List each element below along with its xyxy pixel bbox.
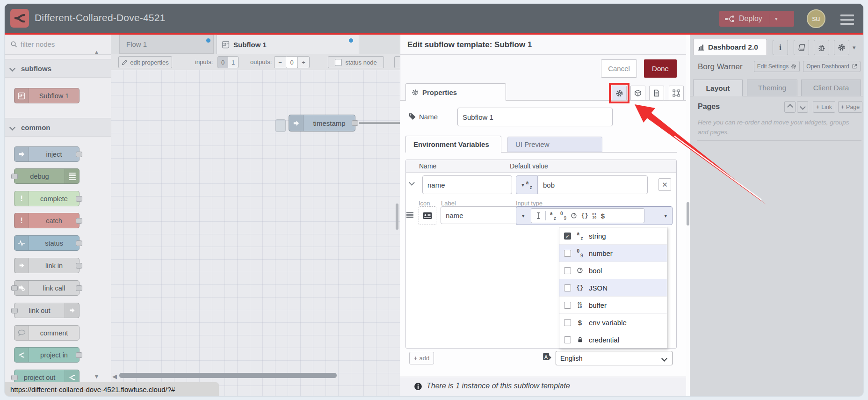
canvas-grid[interactable]: timestamp debug 1 <box>111 70 400 396</box>
user-avatar[interactable]: su <box>807 9 825 28</box>
output-port[interactable] <box>76 285 82 291</box>
value-type-select[interactable]: ▾ az <box>516 175 538 194</box>
tab-theming[interactable]: Theming <box>747 80 797 96</box>
canvas-horizontal-scrollbar[interactable] <box>119 373 337 378</box>
input-port[interactable] <box>11 174 18 179</box>
palette-node-status[interactable]: status <box>14 235 80 251</box>
checkbox[interactable] <box>564 250 571 257</box>
tab-subflow-1[interactable]: Subflow 1 <box>217 35 359 54</box>
input-port[interactable] <box>11 308 18 313</box>
env-icon-picker[interactable] <box>419 206 436 225</box>
type-option-buffer[interactable]: 0110buffer <box>559 297 667 314</box>
tab-client-data[interactable]: Client Data <box>801 80 861 96</box>
palette-node-link-out[interactable]: link out <box>14 303 80 318</box>
inputs-option-1[interactable]: 1 <box>228 56 239 68</box>
palette-node-project-in[interactable]: project in <box>14 347 80 363</box>
palette-section-subflows[interactable]: subflows <box>5 59 111 78</box>
delete-subflow-button[interactable] <box>394 56 400 68</box>
open-dashboard-button[interactable]: Open Dashboard <box>803 61 861 72</box>
dialog-right-scrollbar[interactable] <box>687 202 689 225</box>
add-env-var-button[interactable]: + add <box>409 352 434 364</box>
palette-node-debug[interactable]: debug <box>14 168 80 184</box>
edit-properties-button[interactable]: edit properties <box>118 56 172 68</box>
sidebar-help-button[interactable] <box>794 40 809 55</box>
collapse-all-button[interactable] <box>784 101 796 113</box>
caret-down-icon[interactable]: ▾ <box>664 213 667 219</box>
tab-layout[interactable]: Layout <box>693 80 743 96</box>
sidebar-config-button[interactable] <box>834 40 849 55</box>
checkbox[interactable] <box>564 319 571 326</box>
palette-node-link-call[interactable]: link call <box>14 280 80 296</box>
language-select[interactable]: English <box>556 351 673 365</box>
subflow-input-stub[interactable] <box>275 119 286 132</box>
main-menu-icon[interactable] <box>840 15 854 25</box>
cancel-button[interactable]: Cancel <box>601 59 637 78</box>
palette-scroll-up-icon[interactable]: ▲ <box>94 49 100 56</box>
deploy-caret-icon[interactable]: ▾ <box>775 15 778 22</box>
drag-handle-icon[interactable] <box>406 212 413 218</box>
type-option-env-variable[interactable]: $env variable <box>559 314 667 331</box>
palette-node-catch[interactable]: ! catch <box>14 213 80 228</box>
output-port[interactable] <box>76 263 82 269</box>
deploy-button[interactable]: Deploy ▾ <box>719 11 794 27</box>
document-icon <box>653 89 660 97</box>
status-node-checkbox[interactable] <box>335 59 342 66</box>
tab-ui-preview[interactable]: UI Preview <box>507 137 602 152</box>
done-button[interactable]: Done <box>644 59 677 78</box>
output-port[interactable] <box>352 120 358 126</box>
checkbox-checked[interactable]: ✓ <box>564 233 571 240</box>
expand-all-button[interactable] <box>797 101 808 113</box>
canvas-node-timestamp[interactable]: timestamp <box>289 115 355 131</box>
output-port[interactable] <box>76 152 82 157</box>
outputs-count-field[interactable]: 0 <box>286 56 298 68</box>
tab-flow-1[interactable]: Flow 1 <box>119 35 214 54</box>
flow-canvas[interactable]: Flow 1 Subflow 1 edit properties inputs:… <box>111 35 400 396</box>
outputs-decrease-button[interactable]: − <box>274 56 286 68</box>
input-port[interactable] <box>11 375 18 380</box>
palette-node-link-in[interactable]: link in <box>14 258 80 273</box>
add-page-button[interactable]: +Page <box>838 101 862 113</box>
palette-node-comment[interactable]: comment <box>14 325 80 341</box>
checkbox[interactable] <box>564 267 571 274</box>
type-option-credential[interactable]: credential <box>559 331 667 348</box>
checkbox[interactable] <box>564 284 571 291</box>
env-value-input[interactable]: bob <box>538 175 648 194</box>
sidebar-caret-icon[interactable]: ▾ <box>853 44 856 51</box>
dialog-appearance-tab-button[interactable] <box>669 86 684 101</box>
edit-settings-button[interactable]: Edit Settings <box>754 61 800 72</box>
dialog-module-tab-button[interactable] <box>630 86 645 101</box>
type-option-JSON[interactable]: {}JSON <box>559 279 667 297</box>
canvas-scroll-left-icon[interactable]: ◀ <box>112 373 117 380</box>
output-port[interactable] <box>76 240 82 246</box>
checkbox[interactable] <box>564 302 571 309</box>
checkbox[interactable] <box>564 336 571 343</box>
output-port[interactable] <box>76 218 82 224</box>
tab-dashboard-2[interactable]: Dashboard 2.0 <box>693 39 767 55</box>
add-link-button[interactable]: +Link <box>813 101 835 113</box>
outputs-increase-button[interactable]: + <box>297 56 310 68</box>
type-option-string[interactable]: ✓azstring <box>559 227 667 245</box>
icon-field-label: Icon <box>419 200 430 207</box>
subflow-name-input[interactable]: Subflow 1 <box>457 108 613 126</box>
output-port[interactable] <box>76 196 82 202</box>
palette-section-common[interactable]: common <box>5 118 111 137</box>
status-node-toggle[interactable]: status node <box>328 56 384 68</box>
env-name-input[interactable]: name <box>422 175 512 194</box>
palette-node-complete[interactable]: ! complete <box>14 191 80 206</box>
tab-environment-variables[interactable]: Environment Variables <box>405 136 501 153</box>
type-option-bool[interactable]: bool <box>559 262 667 279</box>
palette-node-subflow-1[interactable]: Subflow 1 <box>14 88 80 103</box>
input-port[interactable] <box>11 285 18 291</box>
palette-node-inject[interactable]: inject <box>14 146 80 162</box>
remove-row-button[interactable]: ✕ <box>658 178 671 191</box>
dialog-left-scrollbar[interactable] <box>396 204 398 230</box>
caret-down-icon: ▾ <box>522 213 525 219</box>
tab-properties[interactable]: Properties <box>405 83 506 101</box>
sidebar-debug-button[interactable] <box>814 40 829 55</box>
inputs-option-0[interactable]: 0 <box>217 56 228 68</box>
sidebar-info-button[interactable]: i <box>773 40 788 55</box>
output-port[interactable] <box>76 352 82 358</box>
type-option-number[interactable]: 09number <box>559 245 667 262</box>
palette-scroll-down-icon[interactable]: ▼ <box>94 373 100 380</box>
dialog-description-tab-button[interactable] <box>649 86 664 101</box>
